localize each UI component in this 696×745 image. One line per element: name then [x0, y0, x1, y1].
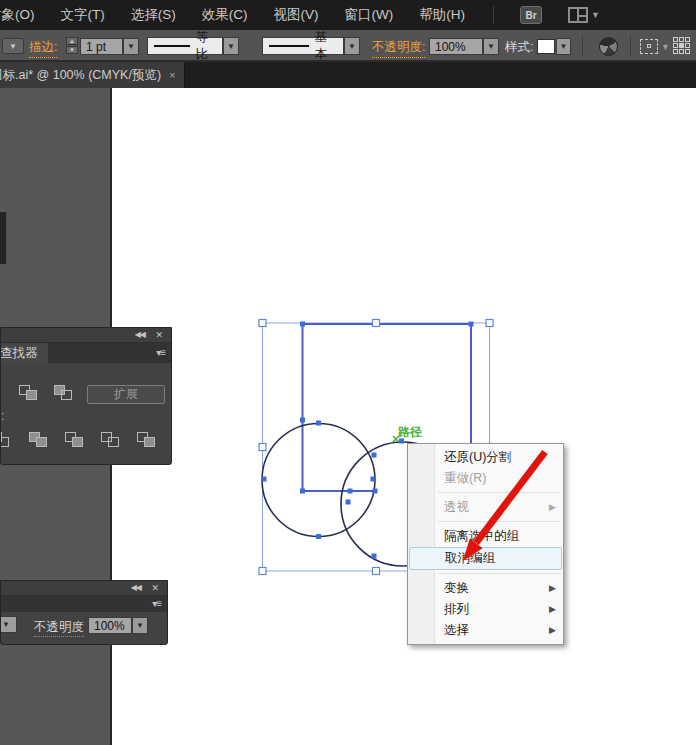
- stroke-label-link[interactable]: 描边:: [29, 39, 57, 58]
- pathfinder-panel-header: ◀◀ ✕: [1, 328, 171, 343]
- width-profile-value: 等比: [196, 29, 216, 63]
- pathfinder-tab-row: 路径查找器 ▾≡: [1, 343, 171, 363]
- menu-window[interactable]: 窗口(W): [345, 6, 394, 24]
- chevron-down-icon[interactable]: ▼: [661, 42, 670, 52]
- recolor-artwork-icon[interactable]: [599, 37, 618, 56]
- line-preview-icon: [269, 45, 309, 47]
- menu-view[interactable]: 视图(V): [274, 6, 319, 24]
- panel-menu-icon[interactable]: ▾≡: [152, 598, 161, 609]
- menu-separator: [438, 521, 561, 522]
- style-label: 样式:: [505, 39, 533, 56]
- menu-item-transform[interactable]: 变换▶: [408, 578, 563, 599]
- close-icon[interactable]: ✕: [151, 583, 159, 593]
- blend-mode-dropdown[interactable]: ▼: [0, 616, 17, 633]
- opacity-dropdown[interactable]: ▼: [483, 38, 499, 55]
- shape-mode-unite-icon[interactable]: [19, 385, 39, 401]
- menu-item-select[interactable]: 选择▶: [408, 620, 563, 641]
- panel-menu-icon[interactable]: ▾≡: [156, 347, 165, 358]
- menubar: 对象(O) 文字(T) 选择(S) 效果(C) 视图(V) 窗口(W) 帮助(H…: [0, 0, 696, 30]
- pathfinder-merge-icon[interactable]: [65, 432, 85, 448]
- collapse-panel-icon[interactable]: ◀◀: [135, 330, 145, 339]
- close-icon[interactable]: ✕: [155, 330, 163, 340]
- opacity-label: 不透明度: [34, 619, 84, 637]
- transparency-tab-row: ▾≡: [1, 596, 167, 612]
- menu-item-isolate-group[interactable]: 隔离选中的组: [408, 526, 563, 547]
- workspace-layout-icon: [568, 7, 588, 23]
- document-tab-bar: 图标.ai* @ 100% (CMYK/预览) ×: [0, 62, 696, 88]
- workspace-switcher-button[interactable]: ▼: [568, 7, 600, 23]
- panel-opacity-dropdown[interactable]: ▼: [132, 617, 148, 634]
- menu-help[interactable]: 帮助(H): [419, 6, 465, 24]
- pathfinder-outline-icon[interactable]: [137, 432, 157, 448]
- width-profile-dropdown[interactable]: ▼: [223, 37, 239, 55]
- document-tab[interactable]: 图标.ai* @ 100% (CMYK/预览) ×: [0, 62, 185, 88]
- brush-definition-value: 基本: [315, 29, 337, 63]
- stroke-weight-stepper[interactable]: ▲▼: [66, 37, 78, 54]
- close-icon[interactable]: ×: [169, 69, 175, 81]
- stroke-weight-field[interactable]: 1 pt: [80, 38, 123, 55]
- pathfinders-section-label: 路径查找器:: [1, 408, 15, 425]
- menu-select[interactable]: 选择(S): [131, 6, 176, 24]
- transparency-panel-header: ◀◀ ✕: [1, 581, 167, 596]
- submenu-arrow-icon: ▶: [549, 497, 556, 518]
- expand-button[interactable]: 扩展: [87, 385, 165, 404]
- tab-pathfinder[interactable]: 路径查找器: [1, 343, 48, 363]
- bridge-button[interactable]: Br: [520, 6, 542, 24]
- align-selection-icon[interactable]: [640, 39, 658, 54]
- menu-item-redo: 重做(R): [408, 468, 563, 489]
- smart-guide-path-label: 路径: [398, 424, 422, 441]
- transparency-panel: ◀◀ ✕ ▾≡ ▼ 不透明度 100% ▼: [0, 580, 168, 645]
- fill-dropdown-button[interactable]: ▼: [2, 38, 24, 54]
- brush-definition-combo[interactable]: 基本: [262, 37, 344, 55]
- control-bar: ▼ 描边: ▲▼ 1 pt ▼ 等比 ▼ 基本 ▼ 不透明度: 100% ▼ 样…: [0, 30, 696, 62]
- symbols-grid-icon[interactable]: [673, 37, 694, 56]
- opacity-field[interactable]: 100%: [429, 38, 483, 55]
- collapse-panel-icon[interactable]: ◀◀: [131, 583, 141, 592]
- submenu-arrow-icon: ▶: [549, 620, 556, 641]
- pathfinder-panel: ◀◀ ✕ 路径查找器 ▾≡ 扩展 路径查找器:: [0, 327, 172, 465]
- menu-separator: [438, 573, 561, 574]
- pathfinder-divide-icon[interactable]: [0, 432, 11, 448]
- line-preview-icon: [154, 45, 190, 47]
- submenu-arrow-icon: ▶: [549, 578, 556, 599]
- menu-object[interactable]: 对象(O): [0, 6, 35, 24]
- submenu-arrow-icon: ▶: [549, 599, 556, 620]
- chevron-down-icon: ▼: [591, 10, 600, 20]
- menu-item-perspective: 透视▶: [408, 497, 563, 518]
- menu-type[interactable]: 文字(T): [61, 6, 105, 24]
- transparency-panel-body: ▼ 不透明度 100% ▼: [1, 613, 167, 645]
- document-title: 图标.ai* @ 100% (CMYK/预览): [0, 67, 161, 84]
- style-swatch[interactable]: [537, 39, 555, 54]
- toolbar-divider: [582, 35, 583, 57]
- menu-item-undo-divide[interactable]: 还原(U)分割: [408, 447, 563, 468]
- menu-item-arrange[interactable]: 排列▶: [408, 599, 563, 620]
- brush-definition-dropdown[interactable]: ▼: [344, 37, 360, 55]
- artboard-canvas[interactable]: [112, 88, 696, 745]
- menu-separator: [438, 492, 561, 493]
- style-dropdown[interactable]: ▼: [556, 38, 571, 55]
- panel-opacity-field[interactable]: 100%: [88, 617, 132, 634]
- toolbar-divider: [630, 35, 631, 57]
- menu-effect[interactable]: 效果(C): [202, 6, 248, 24]
- menu-item-ungroup[interactable]: 取消编组: [409, 547, 562, 570]
- shape-mode-minus-front-icon[interactable]: [54, 385, 74, 401]
- stroke-weight-dropdown[interactable]: ▼: [123, 38, 139, 55]
- pathfinder-trim-icon[interactable]: [29, 432, 49, 448]
- menubar-divider: [493, 6, 494, 24]
- pathfinder-crop-icon[interactable]: [101, 432, 121, 448]
- width-profile-combo[interactable]: 等比: [147, 37, 223, 55]
- context-menu: 还原(U)分割 重做(R) 透视▶ 隔离选中的组 取消编组 变换▶ 排列▶ 选择…: [407, 443, 564, 645]
- collapsed-panel-edge: [0, 212, 7, 264]
- opacity-label-link[interactable]: 不透明度:: [372, 39, 425, 58]
